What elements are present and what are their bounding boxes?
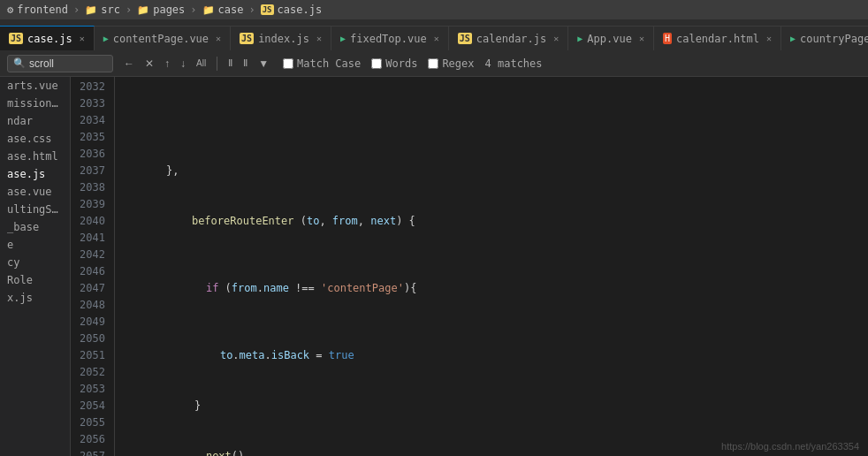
tab-js-icon-2: JS: [240, 33, 254, 44]
words-option[interactable]: Words: [371, 57, 417, 70]
search-option-1[interactable]: Ⅱ: [225, 56, 236, 71]
search-option-2[interactable]: Ⅱ: [240, 56, 251, 71]
search-filter-button[interactable]: ▼: [255, 56, 272, 72]
breadcrumb-casejs[interactable]: JS case.js: [261, 4, 322, 16]
folder-icon-3: 📁: [202, 4, 215, 16]
search-icon: 🔍: [13, 57, 26, 69]
tab-vue-icon-4: ▶: [790, 34, 796, 43]
code-line-2032: },: [124, 163, 868, 179]
breadcrumb-pages[interactable]: 📁 pages: [137, 4, 185, 16]
search-bar: 🔍 ← ✕ ↑ ↓ All Ⅱ Ⅱ ▼ Match Case Words Reg…: [0, 50, 868, 77]
sidebar-item-base[interactable]: _base: [0, 218, 70, 236]
regex-option[interactable]: Regex: [428, 57, 474, 70]
code-line-2034: if (from.name !== 'contentPage'){: [124, 263, 868, 314]
words-checkbox[interactable]: [371, 58, 382, 69]
search-all-button[interactable]: All: [193, 57, 209, 70]
watermark: https://blog.csdn.net/yan263354: [721, 441, 859, 452]
search-actions: ← ✕ ↑ ↓ All Ⅱ Ⅱ ▼: [120, 56, 272, 72]
search-down-button[interactable]: ↓: [177, 56, 189, 72]
folder-icon: 📁: [85, 4, 97, 16]
tab-calendarhtml[interactable]: H calendar.html ✕: [654, 26, 781, 50]
match-count: 4 matches: [485, 57, 543, 70]
code-line-2033: beforeRouteEnter (to, from, next) {: [124, 196, 868, 247]
tab-contentpage[interactable]: ▶ contentPage.vue ✕: [95, 26, 231, 50]
regex-checkbox[interactable]: [428, 58, 438, 69]
tab-close-appvue[interactable]: ✕: [639, 34, 644, 43]
line-numbers: 2032 2033 2034 2035 2036 2037 2038 2039 …: [71, 77, 115, 456]
tab-close-calendarjs[interactable]: ✕: [553, 34, 559, 43]
tab-js-icon-3: JS: [458, 33, 472, 44]
tab-close-casejs[interactable]: ✕: [80, 34, 85, 43]
breadcrumb-src[interactable]: 📁 src: [85, 4, 120, 16]
sidebar-item-xjs[interactable]: x.js: [0, 289, 70, 307]
code-line-2035: to.meta.isBack = true: [124, 331, 868, 381]
tab-vue-icon-3: ▶: [577, 34, 582, 43]
tab-vue-icon-2: ▶: [340, 34, 346, 43]
folder-icon-2: 📁: [137, 4, 149, 16]
breadcrumb-frontend[interactable]: ⚙ frontend: [7, 4, 68, 16]
tab-html-icon: H: [663, 33, 672, 44]
tab-indexjs[interactable]: JS index.js ✕: [231, 26, 331, 50]
tab-calendarjs[interactable]: JS calendar.js ✕: [449, 26, 569, 50]
sidebar-item-e[interactable]: e: [0, 236, 70, 254]
tab-js-icon: JS: [9, 33, 23, 44]
sidebar-item-asecss[interactable]: ase.css: [0, 130, 70, 148]
tab-close-contentpage[interactable]: ✕: [216, 34, 221, 43]
tab-close-calendarhtml[interactable]: ✕: [766, 34, 772, 43]
tab-countrypage[interactable]: ▶ countryPage.vue ✕: [781, 26, 868, 50]
breadcrumb-case[interactable]: 📁 case: [202, 4, 244, 16]
sidebar-item-role[interactable]: Role: [0, 271, 70, 289]
search-prev-button[interactable]: ←: [120, 56, 138, 72]
gear-icon: ⚙: [7, 4, 13, 16]
tab-close-indexjs[interactable]: ✕: [316, 34, 322, 43]
sidebar: arts.vue mission.vue ndar ase.css ase.ht…: [0, 77, 71, 456]
code-content[interactable]: }, beforeRouteEnter (to, from, next) { i…: [115, 77, 868, 456]
main-area: arts.vue mission.vue ndar ase.css ase.ht…: [0, 77, 868, 456]
search-input-wrap[interactable]: 🔍: [7, 55, 113, 72]
sidebar-item-ndar[interactable]: ndar: [0, 112, 70, 130]
sidebar-item-arts[interactable]: arts.vue: [0, 77, 70, 95]
sidebar-item-cy[interactable]: cy: [0, 254, 70, 271]
tab-bar: JS case.js ✕ ▶ contentPage.vue ✕ JS inde…: [0, 19, 868, 50]
js-file-icon: JS: [261, 4, 274, 15]
code-line-2036: }: [124, 398, 868, 414]
tab-appvue[interactable]: ▶ App.vue ✕: [568, 26, 654, 50]
search-divider: [217, 57, 217, 71]
title-bar: ⚙ frontend › 📁 src › 📁 pages › 📁 case › …: [0, 0, 868, 19]
code-editor[interactable]: 2032 2033 2034 2035 2036 2037 2038 2039 …: [71, 77, 868, 456]
sidebar-item-mission[interactable]: mission.vue: [0, 95, 70, 112]
tab-casejs[interactable]: JS case.js ✕: [0, 26, 95, 50]
match-case-option[interactable]: Match Case: [283, 57, 361, 70]
tab-close-fixedtop[interactable]: ✕: [434, 34, 439, 43]
search-clear-button[interactable]: ✕: [141, 56, 157, 72]
search-up-button[interactable]: ↑: [161, 56, 173, 72]
match-case-checkbox[interactable]: [283, 58, 293, 69]
sidebar-item-asejs[interactable]: ase.js: [0, 165, 70, 183]
sidebar-item-ulting[interactable]: ultingServi: [0, 201, 70, 218]
search-input[interactable]: [29, 57, 100, 70]
search-options: Match Case Words Regex: [283, 57, 475, 70]
sidebar-item-asevue[interactable]: ase.vue: [0, 183, 70, 201]
tab-fixedtop[interactable]: ▶ fixedTop.vue ✕: [331, 26, 449, 50]
sidebar-item-asehtml[interactable]: ase.html: [0, 148, 70, 165]
tab-vue-icon: ▶: [103, 34, 109, 43]
